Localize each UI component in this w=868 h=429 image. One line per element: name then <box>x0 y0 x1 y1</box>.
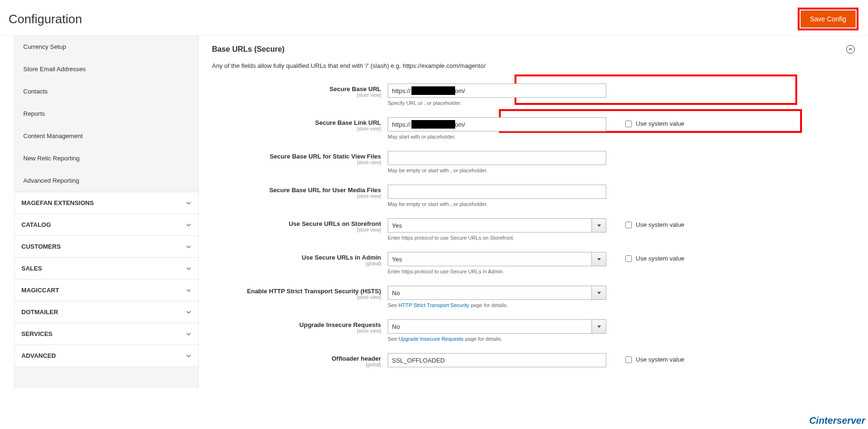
field-label: Upgrade Insecure Requests <box>212 321 381 328</box>
sidebar-section-advanced[interactable]: ADVANCED <box>15 345 198 367</box>
checkbox[interactable] <box>625 121 632 127</box>
chevron-down-icon <box>186 244 191 250</box>
dropdown-toggle-icon <box>591 320 606 333</box>
field-hint: Enter https protocol to use Secure URLs … <box>388 269 606 274</box>
upgrade-insecure-select[interactable]: No <box>388 319 606 334</box>
checkbox-label: Use system value <box>636 356 685 363</box>
select-value: Yes <box>392 222 402 229</box>
save-config-button[interactable]: Save Config <box>801 10 856 28</box>
sidebar-item-content-management[interactable]: Content Management <box>15 125 198 147</box>
row-offloader-header: Offloader header[global] Use system valu… <box>212 353 855 367</box>
page-header: Configuration Save Config <box>0 0 868 36</box>
checkbox-label: Use system value <box>636 255 685 262</box>
section-title: Base URLs (Secure) <box>212 45 285 54</box>
sidebar-item-contacts[interactable]: Contacts <box>15 80 198 103</box>
collapse-section-icon[interactable] <box>846 45 855 54</box>
main-content: Base URLs (Secure) Any of the fields all… <box>199 36 868 388</box>
hsts-select[interactable]: No <box>388 286 606 300</box>
field-scope: [store view] <box>212 295 381 300</box>
row-use-secure-storefront: Use Secure URLs on Storefront[store view… <box>212 218 855 241</box>
save-highlight: Save Config <box>798 8 858 30</box>
chevron-down-icon <box>186 288 191 293</box>
use-system-value-check[interactable]: Use system value <box>625 252 685 262</box>
field-scope: [store view] <box>212 93 381 98</box>
redaction <box>411 86 455 95</box>
use-system-value-check[interactable]: Use system value <box>625 117 685 127</box>
select-value: No <box>392 289 400 297</box>
sidebar-section-magefan[interactable]: MAGEFAN EXTENSIONS <box>15 192 198 214</box>
field-hint: Specify URL or , or placeholder. <box>388 100 606 106</box>
field-scope: [store view] <box>212 194 381 199</box>
chevron-down-icon <box>186 309 191 315</box>
field-label: Secure Base URL for User Media Files <box>212 187 381 194</box>
offloader-header-input[interactable] <box>388 353 606 367</box>
row-secure-base-url: Secure Base URL[store view] Specify URL … <box>212 84 855 106</box>
field-label: Enable HTTP Strict Transport Security (H… <box>212 288 381 295</box>
dropdown-toggle-icon <box>591 286 606 299</box>
sidebar-section-dotmailer[interactable]: DOTMAILER <box>15 301 198 323</box>
chevron-down-icon <box>186 331 191 337</box>
field-label: Offloader header <box>212 355 381 362</box>
section-label: SERVICES <box>21 330 53 337</box>
field-hint: See HTTP Strict Transport Security page … <box>388 302 606 308</box>
section-label: CUSTOMERS <box>21 243 61 250</box>
field-scope: [store view] <box>212 227 381 233</box>
section-description: Any of the fields allow fully qualified … <box>212 62 855 69</box>
page-title: Configuration <box>9 12 82 27</box>
field-hint: May start with or placeholder. <box>388 134 606 140</box>
dropdown-toggle-icon <box>591 252 606 266</box>
field-hint: May be empty or start with , or placehol… <box>388 201 606 207</box>
section-label: SALES <box>21 265 42 272</box>
chevron-down-icon <box>186 222 191 228</box>
row-secure-base-link-url: Secure Base Link URL[store view] May sta… <box>212 117 855 140</box>
field-label: Secure Base Link URL <box>212 119 381 126</box>
row-static-files-url: Secure Base URL for Static View Files[st… <box>212 151 855 173</box>
field-hint: See Upgrade Insecure Requests page for d… <box>388 336 606 342</box>
chevron-down-icon <box>186 353 191 359</box>
field-scope: [store view] <box>212 328 381 334</box>
checkbox[interactable] <box>625 356 632 363</box>
media-files-url-input[interactable] <box>388 185 606 199</box>
sidebar-item-reports[interactable]: Reports <box>15 103 198 125</box>
sidebar-section-sales[interactable]: SALES <box>15 257 198 279</box>
sidebar-item-advanced-reporting[interactable]: Advanced Reporting <box>15 169 198 192</box>
sidebar-item-new-relic[interactable]: New Relic Reporting <box>15 147 198 169</box>
field-hint: May be empty or start with , or placehol… <box>388 168 606 173</box>
select-value: No <box>392 323 400 330</box>
field-label: Use Secure URLs in Admin <box>212 254 381 261</box>
field-label: Secure Base URL <box>212 85 381 93</box>
checkbox[interactable] <box>625 222 632 228</box>
sidebar-section-magiccart[interactable]: MAGICCART <box>15 279 198 301</box>
chevron-down-icon <box>186 266 191 271</box>
row-upgrade-insecure: Upgrade Insecure Requests[store view] No… <box>212 319 855 342</box>
field-label: Secure Base URL for Static View Files <box>212 153 381 160</box>
use-secure-storefront-select[interactable]: Yes <box>388 218 606 233</box>
section-label: ADVANCED <box>21 352 56 359</box>
field-scope: [global] <box>212 362 381 367</box>
row-use-secure-admin: Use Secure URLs in Admin[global] Yes Ent… <box>212 252 855 274</box>
section-label: DOTMAILER <box>21 308 58 316</box>
sidebar-section-customers[interactable]: CUSTOMERS <box>15 235 198 257</box>
config-sidebar: Currency Setup Store Email Addresses Con… <box>14 36 199 388</box>
row-media-files-url: Secure Base URL for User Media Files[sto… <box>212 185 855 207</box>
field-scope: [store view] <box>212 126 381 131</box>
use-secure-admin-select[interactable]: Yes <box>388 252 606 266</box>
select-value: Yes <box>392 256 402 263</box>
static-files-url-input[interactable] <box>388 151 606 165</box>
section-label: CATALOG <box>21 221 51 228</box>
use-system-value-check[interactable]: Use system value <box>625 353 685 363</box>
sidebar-section-catalog[interactable]: CATALOG <box>15 214 198 235</box>
dropdown-toggle-icon <box>591 219 606 232</box>
row-hsts: Enable HTTP Strict Transport Security (H… <box>212 286 855 308</box>
section-label: MAGICCART <box>21 287 59 294</box>
field-label: Use Secure URLs on Storefront <box>212 220 381 227</box>
use-system-value-check[interactable]: Use system value <box>625 218 685 228</box>
hsts-link[interactable]: HTTP Strict Transport Security <box>399 302 469 308</box>
field-scope: [store view] <box>212 160 381 165</box>
field-hint: Enter https protocol to use Secure URLs … <box>388 235 606 241</box>
checkbox[interactable] <box>625 255 632 262</box>
upgrade-insecure-link[interactable]: Upgrade Insecure Requests <box>399 336 464 342</box>
sidebar-item-store-email[interactable]: Store Email Addresses <box>15 58 198 80</box>
sidebar-section-services[interactable]: SERVICES <box>15 323 198 345</box>
sidebar-item-currency-setup[interactable]: Currency Setup <box>15 36 198 58</box>
